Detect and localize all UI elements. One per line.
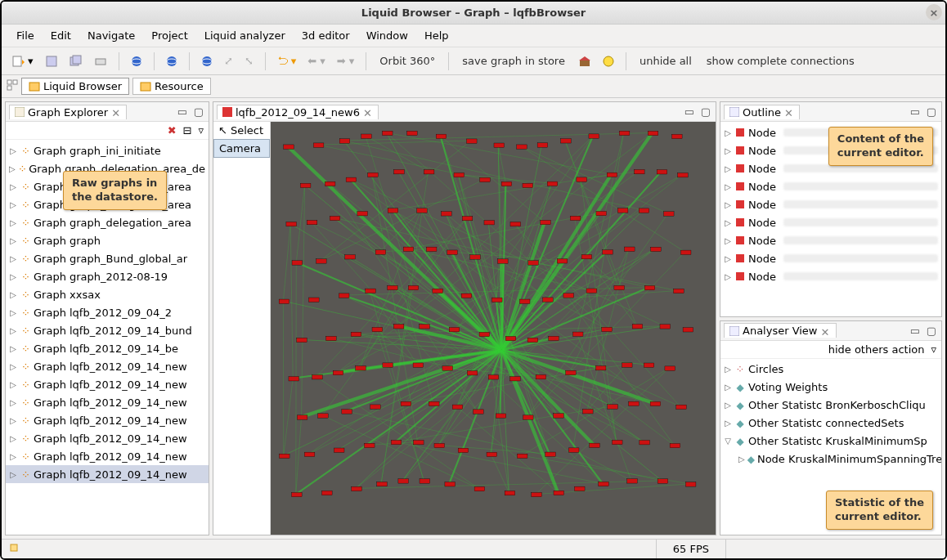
graph-item[interactable]: ▷⁘Graph graph_Bund_global_ar (6, 249, 209, 267)
close-icon[interactable]: ✕ (821, 326, 831, 336)
collapse-icon[interactable]: ⤡ (241, 53, 257, 69)
svg-rect-356 (676, 405, 687, 409)
perspective-liquid-browser[interactable]: Liquid Browser (21, 78, 129, 95)
graph-item[interactable]: ▷⁘Graph graph (6, 231, 209, 249)
maximize-icon[interactable]: ▢ (699, 105, 712, 119)
close-icon[interactable]: ✕ (784, 107, 794, 117)
tool-select[interactable]: ↖Select (213, 122, 270, 139)
menu-3d-editor[interactable]: 3d editor (295, 27, 357, 44)
menu-edit[interactable]: Edit (44, 27, 78, 44)
graph-item[interactable]: ▷⁘Graph lqfb_2012_09_14_new (6, 375, 209, 393)
save-graph-button[interactable]: save graph in store (457, 53, 570, 69)
globe-icon-3[interactable] (198, 54, 216, 69)
analyser-item[interactable]: ▷◆Voting Weights (720, 379, 941, 396)
outline-node[interactable]: ▷Node (720, 159, 941, 177)
editor-palette: ↖Select Camera (213, 122, 271, 535)
nav-fwd-icon[interactable]: ➡ ▾ (334, 53, 358, 69)
graph-canvas[interactable] (271, 122, 716, 535)
graph-item[interactable]: ▷⁘Graph graph_ini_initiate (6, 141, 209, 159)
analyser-item[interactable]: ▷◆Other Statistc connectedSets (720, 414, 941, 432)
graph-item[interactable]: ▷⁘Graph lqfb_2012_09_14_bund (6, 321, 209, 339)
analyser-item[interactable]: ▷◆Other Statistc BronKerboschCliqu (720, 396, 941, 414)
minimize-icon[interactable]: ▭ (909, 324, 922, 337)
delete-icon[interactable]: ✖ (168, 124, 177, 137)
svg-rect-239 (537, 143, 548, 147)
graph-item[interactable]: ▷⁘Graph lqfb_2012_09_14_be (6, 339, 209, 357)
svg-rect-351 (554, 414, 564, 418)
menu-project[interactable]: Project (145, 27, 194, 44)
unhide-all-button[interactable]: unhide all (635, 53, 697, 69)
analyser-item[interactable]: ▽◆Other Statistc KruskalMinimumSp (720, 432, 941, 450)
outline-node[interactable]: ▷Node (720, 249, 941, 267)
save-all-icon[interactable] (66, 53, 86, 69)
close-icon[interactable]: ✕ (111, 107, 121, 117)
svg-rect-363 (434, 443, 445, 447)
svg-line-168 (322, 415, 478, 489)
maximize-icon[interactable]: ▢ (192, 105, 205, 119)
svg-line-47 (398, 172, 502, 351)
graph-item[interactable]: ▷⁘Graph xxsax (6, 285, 209, 303)
menu-help[interactable]: Help (418, 27, 456, 44)
close-icon[interactable]: ✕ (363, 107, 373, 117)
maximize-icon[interactable]: ▢ (925, 324, 938, 337)
show-connections-button[interactable]: show complete connections (702, 53, 859, 69)
graph-item[interactable]: ▷⁘Graph graph_delegation_area (6, 177, 209, 195)
tool-camera[interactable]: Camera (213, 139, 270, 158)
globe-icon-1[interactable] (128, 54, 146, 69)
maximize-icon[interactable]: ▢ (925, 105, 938, 119)
outline-node[interactable]: ▷Node (720, 123, 941, 141)
outline-tree[interactable]: ▷Node▷Node▷Node▷Node▷Node▷Node▷Node▷Node… (720, 122, 941, 316)
graph-item[interactable]: ▷⁘Graph lqfb_2012_09_14_new (6, 393, 209, 411)
graph-explorer-tree[interactable]: ▷⁘Graph graph_ini_initiate▷⁘Graph graph_… (6, 140, 209, 535)
tree-collapse-icon[interactable]: ⊟ (183, 124, 192, 137)
outline-node[interactable]: ▷Node (720, 195, 941, 213)
outline-node[interactable]: ▷Node (720, 267, 941, 285)
globe-icon-2[interactable] (163, 54, 181, 69)
close-icon[interactable]: × (926, 4, 942, 20)
graph-item[interactable]: ▷⁘Graph graph_delegation_area_de (6, 159, 209, 177)
outline-node[interactable]: ▷Node (720, 177, 941, 195)
view-menu-icon[interactable]: ▿ (931, 343, 936, 356)
graph-item[interactable]: ▷⁘Graph lqfb_2012_09_14_new (6, 465, 209, 483)
minimize-icon[interactable]: ▭ (683, 105, 696, 119)
menu-window[interactable]: Window (360, 27, 415, 44)
nav-back-icon[interactable]: ⬅ ▾ (304, 53, 329, 69)
graph-item[interactable]: ▷⁘Graph lqfb_2012_09_04_2 (6, 303, 209, 321)
graph-item[interactable]: ▷⁘Graph graph_2012-08-19 (6, 267, 209, 285)
orbit-button[interactable]: Orbit 360° (375, 53, 440, 69)
save-icon[interactable] (42, 53, 61, 69)
minimize-icon[interactable]: ▭ (176, 105, 189, 119)
outline-icon (729, 107, 739, 117)
new-dropdown-button[interactable]: ▾ (8, 53, 37, 69)
minimize-icon[interactable]: ▭ (909, 105, 922, 119)
graph-item[interactable]: ▷⁘Graph graph_delegation_area (6, 213, 209, 231)
graph-item[interactable]: ▷⁘Graph lqfb_2012_09_14_new (6, 357, 209, 375)
outline-node[interactable]: ▷Node (720, 231, 941, 249)
svg-rect-326 (312, 375, 323, 379)
menu-liquid-analyzer[interactable]: Liquid analyzer (198, 27, 292, 44)
svg-rect-339 (644, 363, 654, 367)
open-perspective-icon[interactable] (7, 79, 18, 93)
analyser-item[interactable]: ▷⁘Circles (720, 361, 941, 379)
layers-icon[interactable] (599, 54, 617, 69)
graph-item[interactable]: ▷⁘Graph lqfb_2012_09_14_new (6, 411, 209, 429)
analyser-item[interactable]: ▷◆Node KruskalMinimumSpanningTree (720, 450, 941, 468)
svg-rect-359 (334, 448, 344, 452)
analyser-tree[interactable]: ▷⁘Circles▷◆Voting Weights▷◆Other Statist… (720, 359, 941, 535)
perspective-resource[interactable]: Resource (132, 78, 211, 95)
expand-icon[interactable]: ⤢ (221, 53, 236, 69)
svg-rect-4 (96, 59, 105, 65)
menu-file[interactable]: File (10, 27, 41, 44)
outline-node[interactable]: ▷Node (720, 213, 941, 231)
graph-item[interactable]: ▷⁘Graph lqfb_2012_09_14_new (6, 447, 209, 465)
hide-others-action[interactable]: hide others action (828, 343, 925, 356)
graph-item[interactable]: ▷⁘Graph lqfb_2012_09_14_new (6, 429, 209, 447)
print-icon[interactable] (91, 53, 110, 69)
view-menu-icon[interactable]: ▿ (198, 124, 204, 137)
store-icon[interactable] (575, 54, 595, 69)
nav-back-dropdown[interactable]: ⮌ ▾ (274, 53, 300, 69)
graph-item[interactable]: ▷⁘Graph graph_delegation_area (6, 195, 209, 213)
outline-node[interactable]: ▷Node (720, 141, 941, 159)
svg-rect-345 (401, 401, 411, 405)
menu-navigate[interactable]: Navigate (81, 27, 141, 44)
